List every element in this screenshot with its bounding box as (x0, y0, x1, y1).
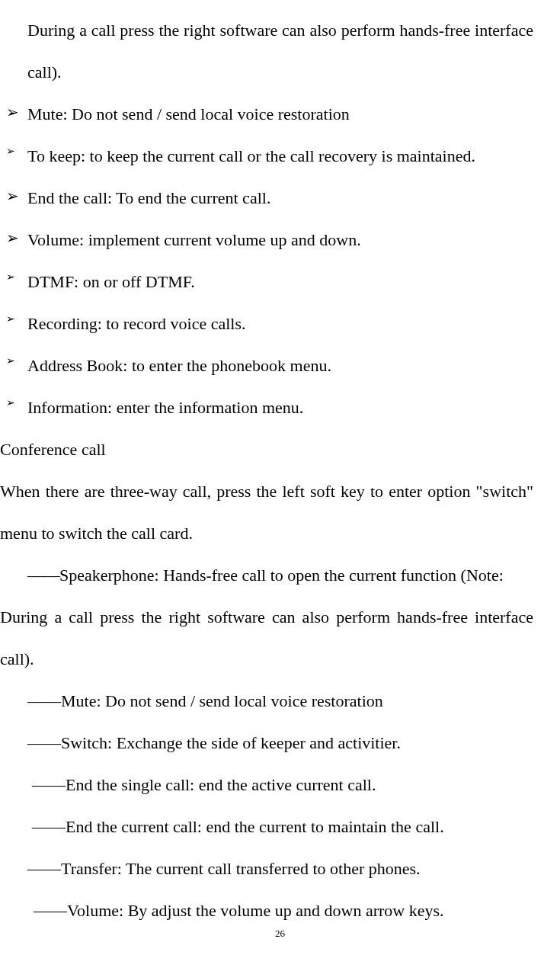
list-item-text: End the call: To end the current call. (27, 188, 270, 207)
list-item-text: Mute: Do not send / send local voice res… (27, 104, 350, 123)
list-item-text: Recording: to record voice calls. (27, 314, 246, 333)
body-paragraph: When there are three-way call, press the… (0, 470, 533, 554)
arrow-icon: ➢ (6, 177, 19, 215)
dash-prefix: ―― (27, 691, 61, 710)
dash-text: Mute: Do not send / send local voice res… (61, 691, 383, 710)
arrow-icon: ➢ (6, 219, 19, 257)
dash-text: End the single call: end the active curr… (66, 775, 376, 794)
list-item: ➢DTMF: on or off DTMF. (6, 261, 533, 303)
dash-item: ――Mute: Do not send / send local voice r… (0, 680, 533, 722)
dash-prefix: ―― (32, 817, 66, 836)
list-item: ➢Volume: implement current volume up and… (6, 219, 533, 261)
section-heading: Conference call (0, 428, 533, 470)
dash-text: Switch: Exchange the side of keeper and … (61, 733, 401, 752)
dash-prefix: ―― (27, 566, 59, 585)
dash-item: ――End the single call: end the active cu… (0, 764, 533, 806)
arrow-icon: ➢ (6, 389, 15, 416)
list-item: ➢To keep: to keep the current call or th… (6, 135, 533, 177)
page-number: 26 (0, 928, 560, 940)
list-item-text: Information: enter the information menu. (27, 398, 303, 417)
dash-prefix: ―― (32, 775, 66, 794)
arrow-icon: ➢ (6, 264, 15, 290)
dash-text: Volume: By adjust the volume up and down… (67, 901, 444, 920)
list-item: ➢Address Book: to enter the phonebook me… (6, 345, 533, 386)
top-paragraph: During a call press the right software c… (0, 9, 533, 93)
list-item: ➢Mute: Do not send / send local voice re… (6, 93, 533, 135)
list-item-text: DTMF: on or off DTMF. (27, 272, 195, 291)
list-item: ➢Recording: to record voice calls. (6, 303, 533, 345)
dash-text: End the current call: end the current to… (66, 817, 444, 836)
dash-text: Transfer: The current call transferred t… (61, 859, 421, 878)
bullet-list: ➢Mute: Do not send / send local voice re… (0, 93, 533, 428)
continuation-line: During a call press the right software c… (0, 596, 533, 680)
dash-item: ――Switch: Exchange the side of keeper an… (0, 722, 533, 764)
arrow-icon: ➢ (6, 138, 15, 165)
list-item: ➢End the call: To end the current call. (6, 177, 533, 219)
dash-item: ――Volume: By adjust the volume up and do… (0, 889, 533, 931)
dash-item: ――Transfer: The current call transferred… (0, 848, 533, 889)
list-item-text: Address Book: to enter the phonebook men… (27, 356, 331, 375)
dash-item: ――End the current call: end the current … (0, 806, 533, 848)
arrow-icon: ➢ (6, 93, 19, 131)
arrow-icon: ➢ (6, 348, 15, 374)
dash-prefix: ―― (27, 859, 61, 878)
list-item-text: Volume: implement current volume up and … (27, 230, 361, 249)
document-page: During a call press the right software c… (0, 0, 560, 931)
list-item-text: To keep: to keep the current call or the… (27, 146, 475, 165)
dash-prefix: ―― (34, 901, 67, 920)
dash-text: Speakerphone: Hands-free call to open th… (59, 566, 504, 585)
arrow-icon: ➢ (6, 306, 15, 332)
dash-prefix: ―― (27, 733, 61, 752)
list-item: ➢Information: enter the information menu… (6, 386, 533, 428)
dash-item: ――Speakerphone: Hands-free call to open … (0, 554, 533, 596)
